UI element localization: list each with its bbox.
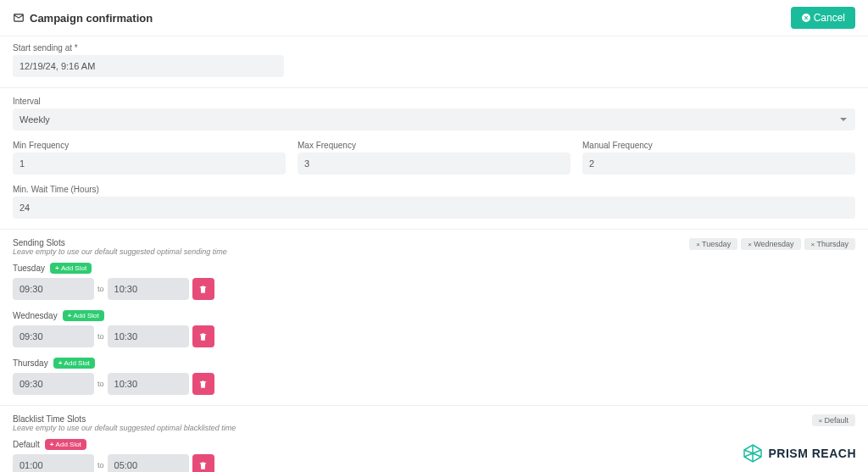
start-sending-label: Start sending at * [13,43,855,53]
sending-slots-help: Leave empty to use our default suggested… [13,247,227,256]
manual-freq-label: Manual Frequency [582,141,855,150]
interval-label: Interval [13,97,855,106]
blacklist-slots-title: Blacklist Time Slots [13,414,236,424]
envelope-icon [13,12,25,24]
time-to-input[interactable] [108,454,189,472]
min-freq-label: Min Frequency [13,141,286,150]
delete-slot-button[interactable] [192,373,214,395]
min-wait-input[interactable] [13,197,855,219]
brand-text: PRISM REACH [768,447,856,460]
slot-day-label: Thursday [13,358,48,368]
time-from-input[interactable] [13,373,94,395]
manual-freq-input[interactable] [582,153,855,175]
cancel-icon [801,13,811,23]
blacklist-slots-help: Leave empty to use our default suggested… [13,424,236,432]
brand-watermark: PRISM REACH [743,443,856,464]
page-title: Campaign confirmation [13,12,153,25]
slot-day-label: Default [13,440,40,449]
time-from-input[interactable] [13,454,94,472]
min-freq-input[interactable] [13,153,286,175]
max-freq-label: Max Frequency [298,141,570,150]
trash-icon [198,380,208,389]
trash-icon [198,461,208,470]
page-title-text: Campaign confirmation [30,12,153,25]
to-label: to [97,332,104,341]
to-label: to [97,380,104,388]
to-label: to [97,461,104,469]
slot-day-label: Wednesday [13,311,58,320]
slot-default: Default Add Slot to [13,439,855,472]
time-from-input[interactable] [13,278,94,300]
slot-day-label: Tuesday [13,264,45,273]
day-tag-tuesday[interactable]: Tuesday [689,238,737,250]
interval-select[interactable] [13,108,855,130]
day-tag-wednesday[interactable]: Wednesday [741,238,800,250]
cancel-button[interactable]: Cancel [791,7,855,29]
trash-icon [198,285,208,294]
slot-wednesday: Wednesday Add Slot to [13,310,855,347]
time-to-input[interactable] [108,325,189,347]
time-to-input[interactable] [108,373,189,395]
trash-icon [198,332,208,342]
slot-tuesday: Tuesday Add Slot to [13,263,855,300]
sending-slots-title: Sending Slots [13,238,227,247]
prism-reach-logo-icon [743,443,763,464]
add-slot-button[interactable]: Add Slot [63,310,104,321]
add-slot-button[interactable]: Add Slot [45,439,86,450]
delete-slot-button[interactable] [192,278,214,300]
day-tag-default[interactable]: Default [812,414,855,426]
slot-thursday: Thursday Add Slot to [13,358,855,395]
day-tag-thursday[interactable]: Thursday [804,238,855,250]
delete-slot-button[interactable] [192,325,214,347]
max-freq-input[interactable] [298,153,570,175]
start-sending-input[interactable] [13,55,284,77]
time-to-input[interactable] [108,278,189,300]
min-wait-label: Min. Wait Time (Hours) [13,185,855,194]
to-label: to [97,285,104,293]
delete-slot-button[interactable] [192,454,214,472]
time-from-input[interactable] [13,325,94,347]
cancel-label: Cancel [814,12,845,24]
add-slot-button[interactable]: Add Slot [50,263,92,274]
add-slot-button[interactable]: Add Slot [53,358,95,369]
